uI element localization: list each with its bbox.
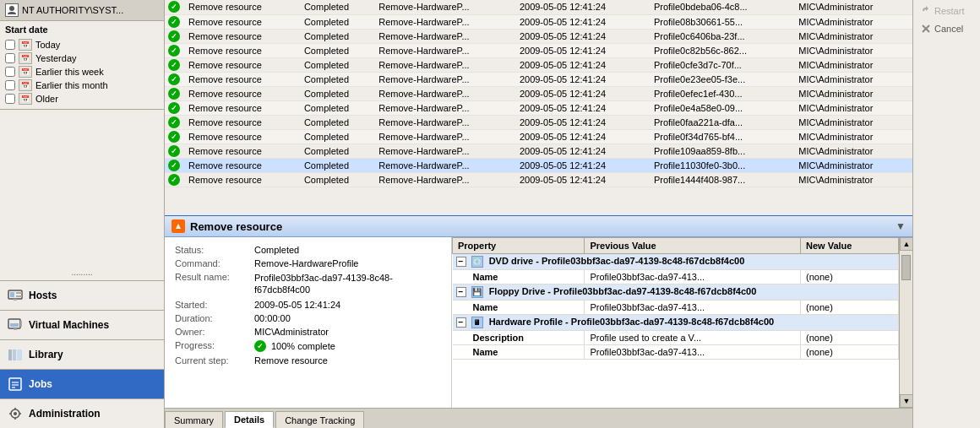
property-group-header[interactable]: − 🖥 Hardware Profile - Profile03bbf3ac-d… [453, 315, 899, 331]
row-action: Remove resource [185, 0, 301, 14]
sidebar-item-jobs[interactable]: Jobs [0, 369, 164, 398]
row-status: Completed [301, 144, 375, 158]
row-action: Remove resource [185, 86, 301, 100]
row-time: 2009-05-05 12:41:24 [516, 115, 651, 129]
collapse-button[interactable]: − [456, 257, 466, 267]
property-table-container[interactable]: Property Previous Value New Value − 💿 DV… [452, 237, 899, 408]
row-command: Remove-HardwareP... [375, 144, 516, 158]
table-row[interactable]: Remove resource Completed Remove-Hardwar… [165, 72, 912, 86]
table-row[interactable]: Remove resource Completed Remove-Hardwar… [165, 115, 912, 129]
row-profile: Profile0e23ee05-f3e... [651, 72, 795, 86]
sidebar-item-jobs-label: Jobs [29, 378, 52, 390]
filter-yesterday[interactable]: 📅 Yesterday [5, 51, 159, 65]
table-row[interactable]: Remove resource Completed Remove-Hardwar… [165, 14, 912, 29]
property-row: Name Profile03bbf3ac-da97-413... (none) [453, 270, 899, 284]
filter-earlier-month[interactable]: 📅 Earlier this month [5, 79, 159, 92]
row-command: Remove-HardwareP... [375, 115, 516, 129]
table-row[interactable]: Remove resource Completed Remove-Hardwar… [165, 43, 912, 57]
property-group-header[interactable]: − 💿 DVD drive - Profile03bbf3ac-da97-413… [453, 254, 899, 270]
group-title-text: Floppy Drive - Profile03bbf3ac-da97-4139… [489, 286, 757, 296]
row-user: MIC\Administrator [795, 172, 912, 187]
date-filter-section: Start date 📅 Today 📅 Yesterday 📅 Earlier… [0, 21, 164, 110]
svg-rect-10 [8, 349, 12, 360]
row-status-icon [165, 129, 185, 144]
group-title: − 🖥 Hardware Profile - Profile03bbf3ac-d… [453, 315, 899, 331]
table-row[interactable]: Remove resource Completed Remove-Hardwar… [165, 158, 912, 172]
scrollbar-down-btn[interactable]: ▼ [900, 394, 912, 408]
row-time: 2009-05-05 12:41:24 [516, 29, 651, 43]
filter-earlier-week[interactable]: 📅 Earlier this week [5, 65, 159, 79]
tab-change-tracking[interactable]: Change Tracking [275, 411, 364, 428]
row-status: Completed [301, 29, 375, 43]
row-action: Remove resource [185, 115, 301, 129]
row-command: Remove-HardwareP... [375, 57, 516, 72]
row-status-icon [165, 172, 185, 187]
detail-started-value: 2009-05-05 12:41:24 [254, 300, 441, 310]
cancel-button[interactable]: Cancel [917, 21, 977, 36]
sidebar-item-library-label: Library [29, 349, 63, 360]
prop-prev: Profile03bbf3ac-da97-413... [585, 270, 801, 284]
detail-started-row: Started: 2009-05-05 12:41:24 [175, 299, 441, 311]
table-row[interactable]: Remove resource Completed Remove-Hardwar… [165, 29, 912, 43]
tab-details[interactable]: Details [225, 411, 274, 428]
table-row[interactable]: Remove resource Completed Remove-Hardwar… [165, 86, 912, 100]
group-title-text: DVD drive - Profile03bbf3ac-da97-4139-8c… [489, 256, 745, 266]
sidebar-user-header: NT AUTHORITY\SYST... [0, 0, 164, 21]
group-icon: 💿 [471, 256, 483, 268]
sidebar-item-administration[interactable]: Administration [0, 398, 164, 428]
filter-older-checkbox[interactable] [5, 94, 15, 104]
table-row[interactable]: Remove resource Completed Remove-Hardwar… [165, 129, 912, 144]
row-status: Completed [301, 86, 375, 100]
table-row[interactable]: Remove resource Completed Remove-Hardwar… [165, 172, 912, 187]
filter-earlier-week-checkbox[interactable] [5, 67, 15, 77]
detail-duration-key: Duration: [175, 313, 251, 323]
row-status: Completed [301, 43, 375, 57]
sidebar-item-virtual-machines[interactable]: Virtual Machines [0, 310, 164, 339]
row-time: 2009-05-05 12:41:24 [516, 129, 651, 144]
property-group-header[interactable]: − 💾 Floppy Drive - Profile03bbf3ac-da97-… [453, 284, 899, 301]
job-table-container[interactable]: Remove resource Completed Remove-Hardwar… [165, 0, 912, 215]
detail-header-icon [172, 219, 185, 233]
table-row[interactable]: Remove resource Completed Remove-Hardwar… [165, 57, 912, 72]
collapse-button[interactable]: − [456, 287, 466, 297]
table-row[interactable]: Remove resource Completed Remove-Hardwar… [165, 100, 912, 115]
svg-point-0 [9, 6, 14, 11]
detail-result-value: Profile03bbf3ac-da97-4139-8c48-f67dcb8f4… [254, 272, 441, 296]
row-command: Remove-HardwareP... [375, 129, 516, 144]
detail-current-step-key: Current step: [175, 355, 251, 366]
filter-older[interactable]: 📅 Older [5, 92, 159, 106]
row-status-icon [165, 115, 185, 129]
progress-check-icon [254, 340, 266, 352]
prop-prev: Profile03bbf3ac-da97-413... [585, 345, 801, 360]
scrollbar-up-btn[interactable]: ▲ [900, 237, 912, 251]
group-icon: 💾 [471, 286, 483, 298]
sidebar-item-library[interactable]: Library [0, 339, 164, 369]
restart-button[interactable]: Restart [917, 3, 977, 19]
row-time: 2009-05-05 12:41:24 [516, 158, 651, 172]
svg-rect-4 [16, 295, 22, 297]
filter-yesterday-checkbox[interactable] [5, 53, 15, 63]
svg-rect-13 [9, 378, 21, 390]
svg-rect-9 [14, 328, 17, 330]
filter-earlier-month-checkbox[interactable] [5, 80, 15, 90]
row-profile: Profile0c6406ba-23f... [651, 29, 795, 43]
row-status: Completed [301, 72, 375, 86]
job-table: Remove resource Completed Remove-Hardwar… [165, 0, 912, 187]
filter-earlier-month-icon: 📅 [19, 79, 32, 91]
filter-today[interactable]: 📅 Today [5, 38, 159, 51]
tab-summary[interactable]: Summary [165, 411, 223, 428]
property-row: Name Profile03bbf3ac-da97-413... (none) [453, 345, 899, 360]
row-time: 2009-05-05 12:41:24 [516, 100, 651, 115]
filter-today-checkbox[interactable] [5, 40, 15, 50]
sidebar-item-hosts[interactable]: Hosts [0, 280, 164, 310]
row-user: MIC\Administrator [795, 144, 912, 158]
detail-collapse-arrow[interactable]: ▼ [896, 220, 906, 232]
collapse-button[interactable]: − [456, 317, 466, 328]
table-row[interactable]: Remove resource Completed Remove-Hardwar… [165, 0, 912, 14]
detail-status-row: Status: Completed [175, 244, 441, 256]
scrollbar-thumb[interactable] [901, 255, 911, 280]
sidebar-item-virtual-machines-label: Virtual Machines [29, 319, 109, 331]
table-row[interactable]: Remove resource Completed Remove-Hardwar… [165, 144, 912, 158]
detail-header: Remove resource ▼ [165, 216, 912, 237]
detail-scrollbar[interactable]: ▲ ▼ [899, 237, 912, 408]
